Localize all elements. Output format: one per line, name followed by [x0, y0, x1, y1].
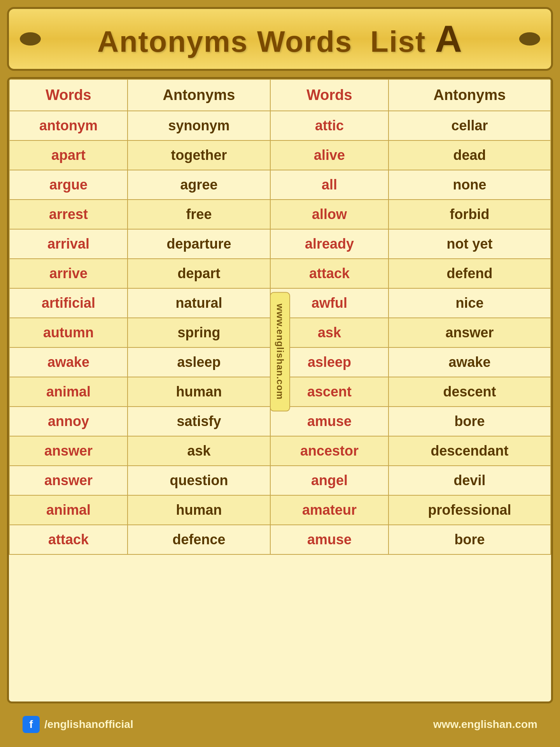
antonym-cell: defend	[388, 259, 551, 288]
table-row: attackdefenceamusebore	[9, 525, 551, 554]
antonym-cell: not yet	[388, 229, 551, 259]
col-header-antonyms2: Antonyms	[388, 79, 551, 111]
facebook-icon: f	[23, 716, 40, 733]
antonym-cell: question	[128, 466, 270, 495]
antonym-cell: none	[388, 170, 551, 200]
word-cell: attic	[270, 111, 388, 140]
word-cell: awake	[9, 347, 128, 377]
antonym-cell: free	[128, 200, 270, 229]
antonym-cell: depart	[128, 259, 270, 288]
antonym-cell: asleep	[128, 347, 270, 377]
antonym-cell: dead	[388, 140, 551, 170]
footer-left: f /englishanofficial	[23, 716, 133, 733]
word-cell: arrest	[9, 200, 128, 229]
word-cell: attack	[9, 525, 128, 554]
word-cell: annoy	[9, 407, 128, 436]
antonym-cell: devil	[388, 466, 551, 495]
header-oval-left	[20, 32, 41, 46]
antonym-cell: human	[128, 495, 270, 525]
watermark: www.englishan.com	[270, 292, 290, 412]
table-header: Words Antonyms Words Antonyms	[9, 79, 551, 111]
antonym-cell: synonym	[128, 111, 270, 140]
antonym-cell: agree	[128, 170, 270, 200]
word-cell: allow	[270, 200, 388, 229]
antonym-cell: satisfy	[128, 407, 270, 436]
antonym-cell: defence	[128, 525, 270, 554]
word-cell: arrival	[9, 229, 128, 259]
word-cell: alive	[270, 140, 388, 170]
antonym-cell: natural	[128, 288, 270, 318]
word-cell: autumn	[9, 318, 128, 347]
fb-letter: f	[29, 718, 33, 731]
word-cell: arrive	[9, 259, 128, 288]
table-row: arrestfreeallowforbid	[9, 200, 551, 229]
word-cell: answer	[9, 436, 128, 466]
page-title: Antonyms Words List A	[97, 18, 463, 60]
antonym-cell: descendant	[388, 436, 551, 466]
word-cell: animal	[9, 377, 128, 407]
antonym-cell: bore	[388, 525, 551, 554]
antonym-cell: human	[128, 377, 270, 407]
table-row: arrivaldeparturealreadynot yet	[9, 229, 551, 259]
word-cell: argue	[9, 170, 128, 200]
col-header-words1: Words	[9, 79, 128, 111]
word-cell: amuse	[270, 525, 388, 554]
word-cell: amateur	[270, 495, 388, 525]
antonym-cell: descent	[388, 377, 551, 407]
word-cell: artificial	[9, 288, 128, 318]
table-row: aparttogetheralivedead	[9, 140, 551, 170]
antonym-cell: professional	[388, 495, 551, 525]
antonym-cell: departure	[128, 229, 270, 259]
table-row: argueagreeallnone	[9, 170, 551, 200]
antonym-cell: bore	[388, 407, 551, 436]
letter-a: A	[435, 18, 462, 60]
antonym-cell: cellar	[388, 111, 551, 140]
antonym-cell: together	[128, 140, 270, 170]
word-cell: angel	[270, 466, 388, 495]
word-cell: antonym	[9, 111, 128, 140]
antonym-cell: awake	[388, 347, 551, 377]
table-row: arrivedepartattackdefend	[9, 259, 551, 288]
word-cell: ancestor	[270, 436, 388, 466]
table-row: antonymsynonymatticcellar	[9, 111, 551, 140]
col-header-words2: Words	[270, 79, 388, 111]
antonym-cell: spring	[128, 318, 270, 347]
word-cell: already	[270, 229, 388, 259]
word-cell: all	[270, 170, 388, 200]
word-cell: answer	[9, 466, 128, 495]
table-row: answeraskancestordescendant	[9, 436, 551, 466]
antonym-cell: nice	[388, 288, 551, 318]
facebook-label: /englishanofficial	[44, 718, 133, 731]
antonym-cell: answer	[388, 318, 551, 347]
antonym-cell: forbid	[388, 200, 551, 229]
word-cell: apart	[9, 140, 128, 170]
antonym-cell: ask	[128, 436, 270, 466]
page-header: Antonyms Words List A	[7, 7, 553, 71]
table-row: answerquestionangeldevil	[9, 466, 551, 495]
word-cell: animal	[9, 495, 128, 525]
footer-website: www.englishan.com	[433, 718, 537, 731]
page-footer: f /englishanofficial www.englishan.com	[7, 709, 553, 740]
word-cell: attack	[270, 259, 388, 288]
table-row: animalhumanamateurprofessional	[9, 495, 551, 525]
header-oval-right	[519, 32, 540, 46]
col-header-antonyms1: Antonyms	[128, 79, 270, 111]
